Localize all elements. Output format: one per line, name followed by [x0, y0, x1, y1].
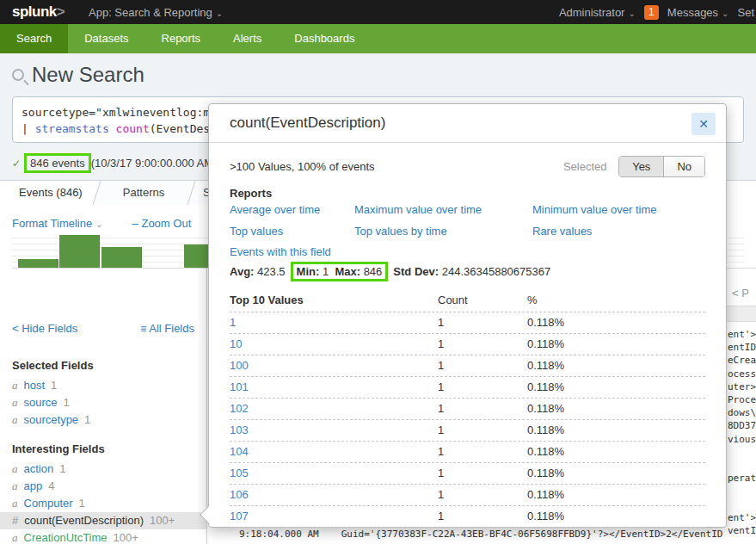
top-value-link[interactable]: 101 [230, 377, 438, 398]
time-range: (10/3/17 9:00:00.000 AM to [91, 157, 226, 170]
format-timeline-menu[interactable]: Format Timeline⌄ [12, 217, 103, 230]
field-stats-popup: count(EventDescription) ✕ >100 Values, 1… [208, 103, 727, 528]
avg-value: 423.5 [257, 265, 286, 278]
settings-menu[interactable]: Set [737, 6, 754, 19]
selected-fields-list: ahost1asource1asourcetype1 [0, 377, 206, 429]
field-row-sourcetype[interactable]: asourcetype1 [0, 411, 206, 429]
hide-fields-button[interactable]: < Hide Fields [12, 322, 77, 335]
report-link-minimum-value-over-time[interactable]: Minimum value over time [532, 203, 657, 216]
report-link-events-with-this-field[interactable]: Events with this field [230, 245, 354, 258]
tab-patterns[interactable]: Patterns [96, 181, 191, 205]
timeline-bar[interactable] [101, 247, 142, 268]
field-type-icon: a [12, 413, 18, 426]
top-value-percent: 0.118% [527, 399, 564, 419]
nav-item-dashboards[interactable]: Dashboards [278, 24, 371, 53]
field-link[interactable]: CreationUtcTime [24, 531, 108, 544]
field-link[interactable]: count(EventDescription) [24, 514, 144, 527]
events-count: 846 events [30, 157, 85, 170]
top-value-link[interactable]: 103 [230, 420, 438, 441]
field-distinct-count: 100+ [114, 531, 138, 544]
timeline-bar[interactable] [18, 259, 58, 268]
top-value-link[interactable]: 100 [230, 355, 438, 376]
app-menu[interactable]: App: Search & Reporting⌄ [89, 6, 223, 19]
top-value-percent: 0.118% [527, 442, 564, 462]
field-distinct-count: 100+ [150, 514, 175, 527]
avg-label: Avg: [230, 265, 254, 278]
events-pagination-fragment[interactable]: < P [732, 287, 749, 300]
top-value-row: 10710.118% [230, 506, 705, 528]
field-row-host[interactable]: ahost1 [0, 377, 206, 394]
field-distinct-count: 1 [64, 396, 70, 409]
report-link-rare-values[interactable]: Rare values [532, 225, 592, 238]
all-fields-button[interactable]: ≡All Fields [140, 322, 194, 335]
nav-item-alerts[interactable]: Alerts [217, 24, 278, 53]
popup-title: count(EventDescription) [230, 114, 385, 132]
field-row-action[interactable]: aaction1 [0, 461, 206, 478]
top-value-link[interactable]: 1 [230, 312, 438, 333]
field-row-CreationUtcTime[interactable]: aCreationUtcTime100+ [0, 529, 206, 544]
app-navbar: Search Datasets Reports Alerts Dashboard… [0, 24, 756, 53]
top-value-link[interactable]: 104 [230, 442, 438, 462]
field-link[interactable]: source [24, 396, 58, 409]
field-link[interactable]: action [24, 462, 54, 475]
field-link[interactable]: app [24, 479, 43, 492]
field-type-icon: a [12, 462, 18, 475]
selected-toggle: Yes No [618, 156, 705, 177]
close-icon[interactable]: ✕ [691, 113, 716, 135]
report-link-top-values-by-time[interactable]: Top values by time [354, 225, 532, 238]
field-distinct-count: 4 [48, 479, 54, 492]
top-value-link[interactable]: 102 [230, 399, 438, 419]
splunk-logo[interactable]: splunk> [12, 3, 65, 21]
report-link-average-over-time[interactable]: Average over time [230, 203, 354, 216]
report-link-maximum-value-over-time[interactable]: Maximum value over time [354, 203, 532, 216]
selected-fields-heading: Selected Fields [12, 359, 94, 372]
field-row-app[interactable]: aapp4 [0, 478, 206, 495]
top-value-link[interactable]: 107 [230, 506, 438, 527]
field-distinct-count: 1 [51, 379, 57, 392]
field-row-Computer[interactable]: aComputer1 [0, 495, 206, 512]
user-menu[interactable]: Administrator⌄ [559, 6, 636, 19]
top-value-percent: 0.118% [527, 334, 564, 355]
top-value-count: 1 [438, 485, 527, 505]
top-value-count: 1 [438, 334, 527, 355]
nav-item-reports[interactable]: Reports [145, 24, 218, 53]
event-bottom-row: 9:18:04.000 AMGuid='{3770383F-C22A-43EB-… [215, 529, 756, 544]
field-row-count(EventDescription)[interactable]: #count(EventDescription)100+ [0, 512, 206, 529]
job-done-checkmark-icon: ✓ [12, 158, 21, 170]
field-type-icon: a [12, 479, 18, 492]
event-raw-text: Guid='{3770383F-C22A-43EB-BF4C-06F5698FF… [319, 529, 723, 540]
field-link[interactable]: sourcetype [24, 413, 79, 426]
topbar-right: Administrator⌄ 1 Messages⌄ Set [559, 0, 756, 24]
spl-function-token: count [109, 122, 150, 135]
search-result-summary: ✓ 846 events (10/3/17 9:00:00.000 AM to [12, 153, 226, 173]
selected-no-button[interactable]: No [664, 157, 704, 176]
field-link[interactable]: host [24, 379, 46, 392]
nav-item-datasets[interactable]: Datasets [68, 24, 144, 53]
report-link-top-values[interactable]: Top values [230, 225, 354, 238]
top-value-link[interactable]: 10 [230, 334, 438, 355]
messages-menu[interactable]: Messages⌄ [667, 6, 729, 19]
zoom-out-button[interactable]: – Zoom Out [132, 217, 192, 230]
messages-badge: 1 [644, 5, 659, 20]
chevron-down-icon: ⌄ [95, 219, 102, 229]
top-value-count: 1 [438, 506, 527, 527]
events-count-annotation: 846 events [24, 153, 91, 173]
popup-header: count(EventDescription) ✕ [209, 104, 726, 143]
list-icon: ≡ [140, 323, 146, 335]
tab-events[interactable]: Events (846) [0, 181, 96, 205]
top-value-link[interactable]: 106 [230, 485, 438, 505]
selected-yes-button[interactable]: Yes [619, 157, 664, 176]
field-link[interactable]: Computer [24, 497, 73, 510]
nav-item-search[interactable]: Search [0, 24, 68, 53]
min-value: 1 [323, 265, 329, 278]
page-title: New Search [12, 63, 144, 87]
top-value-count: 1 [438, 399, 527, 419]
field-row-source[interactable]: asource1 [0, 394, 206, 411]
timeline-bar[interactable] [59, 235, 100, 268]
field-type-icon: a [12, 379, 18, 392]
field-stats-line: Avg: 423.5 Min: 1 Max: 846 Std Dev: 244.… [230, 262, 550, 281]
splunk-window: splunk> App: Search & Reporting⌄ Adminis… [0, 0, 756, 544]
top-value-link[interactable]: 105 [230, 463, 438, 484]
top-values-table-header: Top 10 Values Count % [230, 294, 705, 312]
chevron-down-icon: ⌄ [216, 9, 223, 18]
